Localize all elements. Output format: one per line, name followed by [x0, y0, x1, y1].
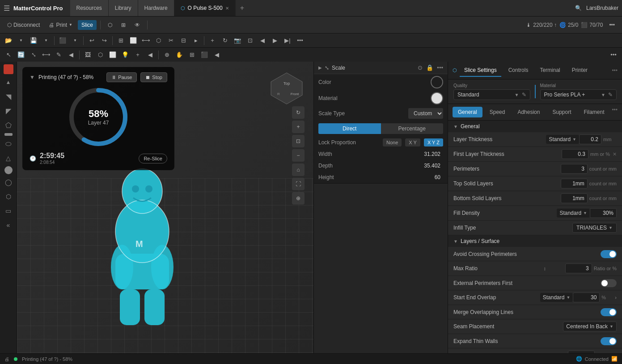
layers-surface-header[interactable]: ▼ Layers / Surface	[448, 235, 622, 247]
next-icon[interactable]: ▶	[269, 35, 281, 46]
scale-type-select[interactable]: Custom	[408, 108, 443, 119]
width-input[interactable]	[345, 150, 443, 159]
collapse-icon[interactable]: ◀	[65, 49, 77, 61]
pan-icon[interactable]: ✋	[173, 49, 185, 61]
tab-pulse-close[interactable]: ✕	[225, 6, 229, 11]
lock-none[interactable]: None	[383, 138, 402, 146]
bed-icon-btn[interactable]: ⬛	[57, 35, 68, 46]
collapse2-icon[interactable]: ◀	[211, 49, 223, 61]
eye-button[interactable]: 👁	[131, 20, 144, 30]
photo-icon[interactable]: 🖼	[82, 49, 93, 61]
seam-placement-select[interactable]: Centered In Back ▼	[563, 322, 617, 331]
select-icon[interactable]: ↖	[3, 49, 14, 61]
coast-at-end-input[interactable]	[568, 351, 595, 353]
percentage-tab[interactable]: Percentage	[381, 123, 444, 134]
refresh-icon[interactable]: ↻	[219, 35, 231, 46]
render-icon[interactable]: 💡	[119, 49, 131, 61]
orbit-up[interactable]: ↻	[292, 106, 305, 119]
add-tab-button[interactable]: +	[236, 0, 249, 16]
edit-icon[interactable]: ✎	[53, 49, 64, 61]
subtract-icon[interactable]: ⊟	[178, 35, 189, 46]
shape-rtriangle2[interactable]: ◤	[2, 105, 15, 117]
material-swatch[interactable]	[431, 92, 443, 105]
zoom-fit[interactable]: ⊡	[292, 135, 305, 147]
depth-input[interactable]	[345, 161, 443, 170]
add-icon[interactable]: +	[207, 35, 218, 46]
nav-adhesion[interactable]: Adhesion	[512, 107, 545, 117]
home-view[interactable]: ⌂	[292, 163, 305, 176]
tab-terminal[interactable]: Terminal	[535, 64, 564, 77]
expand-thin-walls-toggle[interactable]	[601, 337, 617, 345]
tab-library[interactable]: Library	[109, 0, 138, 16]
fill-density-input[interactable]	[590, 208, 617, 218]
pause-button[interactable]: ⏸ Pause	[106, 72, 137, 82]
align-icon[interactable]: ⬜	[127, 35, 139, 46]
merge-overlapping-toggle[interactable]	[601, 308, 617, 316]
shape-cylinder[interactable]: ⬭	[2, 138, 15, 150]
open-caret[interactable]: ▼	[15, 35, 27, 46]
nav-speed[interactable]: Speed	[484, 107, 511, 117]
view-cube[interactable]: Top Front R	[269, 71, 305, 106]
tab-hardware[interactable]: Hardware	[138, 0, 174, 16]
bed-caret[interactable]: ▼	[69, 35, 81, 46]
dots-icon[interactable]: •••	[294, 35, 306, 46]
layer-view-button[interactable]: ⊞	[118, 20, 129, 30]
redo-icon[interactable]: ↪	[98, 35, 110, 46]
start-end-input[interactable]	[573, 293, 600, 302]
coast-at-end-close[interactable]: ✕	[613, 353, 617, 354]
camera-icon[interactable]: 📷	[232, 35, 243, 46]
first-layer-input[interactable]	[562, 149, 588, 159]
slice-button[interactable]: Slice	[78, 20, 97, 30]
external-perimeters-toggle[interactable]	[601, 279, 617, 287]
overlay-collapse-btn[interactable]: ▼	[30, 74, 35, 80]
scale-icon[interactable]: ⤡	[28, 49, 39, 61]
split-icon[interactable]: ⊡	[244, 35, 256, 46]
shape-ring[interactable]: ⬡	[2, 190, 15, 203]
general-section-header[interactable]: ▼ General	[448, 121, 622, 132]
shape-sphere[interactable]	[4, 166, 13, 174]
mirror-icon[interactable]: ⟷	[140, 35, 152, 46]
scale-header[interactable]: ▶ ⤡ Scale ⊙ 🔒 •••	[314, 62, 448, 74]
color-swatch-transparent[interactable]	[431, 76, 443, 88]
cut-icon[interactable]: ✂	[165, 35, 177, 46]
quality-edit-icon[interactable]: ✎	[522, 92, 526, 98]
search-icon[interactable]: 🔍	[575, 5, 582, 11]
tab-slice-settings[interactable]: Slice Settings	[460, 64, 501, 77]
prev-icon[interactable]: ◀	[257, 35, 268, 46]
zoom-out[interactable]: −	[292, 149, 305, 162]
layer-thickness-select[interactable]: Standard ▼	[546, 135, 579, 144]
lock-xyz[interactable]: X Y Z	[424, 138, 443, 146]
shape-rtriangle[interactable]: ◥	[2, 90, 15, 103]
avoid-crossing-toggle[interactable]	[601, 250, 617, 258]
nav-general[interactable]: General	[453, 107, 482, 117]
arrow-icon[interactable]: ◀	[144, 49, 156, 61]
rotate-icon[interactable]: 🔄	[15, 49, 27, 61]
tab-resources[interactable]: Resources	[70, 0, 109, 16]
start-end-arrow[interactable]: ›	[615, 295, 617, 300]
mesh-icon[interactable]: ⬡	[94, 49, 106, 61]
3d-viewport[interactable]: M ▼ Printing (47 of ?) - 58% ⏸ Pause ⏹	[17, 62, 313, 353]
tab-controls[interactable]: Controls	[504, 64, 533, 77]
bottom-solid-input[interactable]	[561, 193, 588, 203]
tab-printer[interactable]: Printer	[567, 64, 592, 77]
mirror2-icon[interactable]: ⟷	[40, 49, 52, 61]
move-icon[interactable]: ⊕	[161, 49, 173, 61]
slice-tab-overflow[interactable]: •••	[612, 67, 618, 74]
quality-select[interactable]: Standard ▼ ✎	[453, 89, 530, 100]
height-input[interactable]	[345, 173, 443, 182]
open-icon[interactable]: 📂	[3, 35, 14, 46]
scale-more-btn[interactable]: •••	[437, 64, 443, 71]
save-icon[interactable]: 💾	[28, 35, 39, 46]
shape-tube[interactable]: ▭	[2, 205, 15, 217]
lock-xy[interactable]: X Y	[405, 138, 420, 146]
scale-reset-btn[interactable]: ⊙	[418, 64, 423, 71]
shape-chevron[interactable]: «	[2, 219, 15, 231]
start-end-overlap-select[interactable]: Standard ▼	[540, 293, 573, 302]
save-caret[interactable]: ▼	[40, 35, 52, 46]
shape-torus[interactable]: ◯	[2, 176, 15, 188]
reslice-button[interactable]: Re-Slice	[139, 154, 167, 163]
undo-icon[interactable]: ↩	[86, 35, 97, 46]
fill-density-select[interactable]: Standard ▼	[557, 209, 590, 218]
shape-pentagon[interactable]: ⬠	[2, 119, 15, 131]
shape-bar[interactable]	[4, 133, 13, 136]
